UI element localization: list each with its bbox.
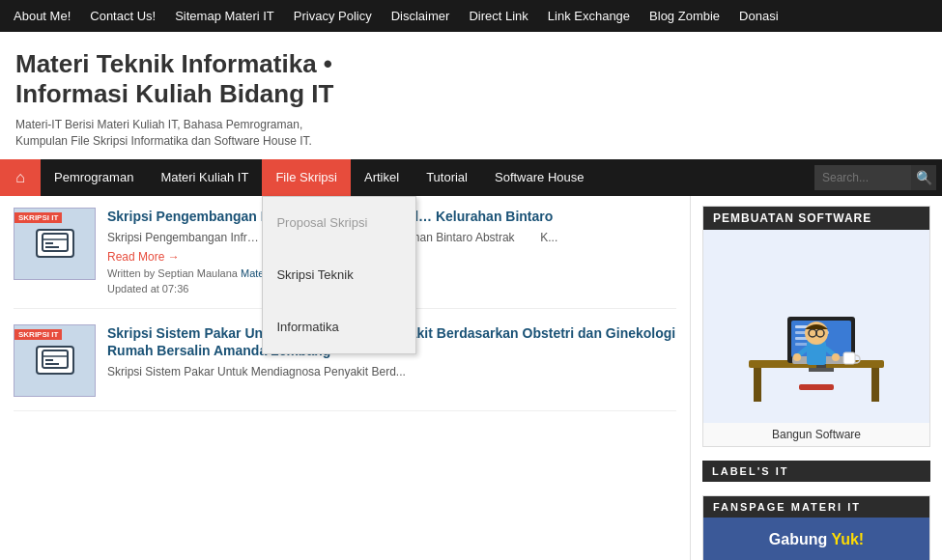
software-house-widget: PEMBUATAN SOFTWARE [702, 206, 930, 447]
nav-blog-zombie[interactable]: Blog Zombie [640, 0, 729, 32]
nav-sitemap[interactable]: Sitemap Materi IT [165, 0, 284, 32]
svg-rect-18 [809, 368, 834, 372]
svg-rect-6 [45, 359, 53, 361]
dropdown-item-informatika[interactable]: Informatika [263, 301, 415, 353]
site-subtitle: Materi-IT Berisi Materi Kuliah IT, Bahas… [15, 117, 927, 150]
labels-header: LABEL'S IT [702, 461, 930, 482]
fanspage-widget: FANSPAGE MATERI IT Gabung Yuk! [702, 495, 930, 560]
nav-link-exchange[interactable]: Link Exchange [538, 0, 640, 32]
dropdown-item-skripsi-teknik[interactable]: Skripsi Teknik [263, 249, 415, 301]
nav-item-pemrograman[interactable]: Pemrograman [41, 159, 147, 196]
top-nav: About Me! Contact Us! Sitemap Materi IT … [0, 0, 942, 32]
svg-point-28 [793, 353, 801, 361]
fanspage-header: FANSPAGE MATERI IT [703, 496, 929, 518]
nav-item-materi-kuliah[interactable]: Materi Kuliah IT [147, 159, 262, 196]
thumb-logo [36, 229, 74, 258]
nav-item-file-skripsi[interactable]: File Skripsi Proposal Skripsi Skripsi Te… [262, 159, 351, 196]
programmer-illustration [739, 244, 894, 408]
thumb-logo [36, 346, 74, 375]
search-area: 🔍 [814, 165, 942, 190]
svg-rect-7 [45, 363, 59, 365]
software-banner-image [703, 230, 929, 423]
sidebar: PEMBUATAN SOFTWARE [691, 196, 942, 560]
site-title: Materi Teknik Informatika • Informasi Ku… [15, 49, 927, 109]
site-header: Materi Teknik Informatika • Informasi Ku… [0, 32, 942, 159]
svg-rect-20 [799, 384, 834, 390]
svg-rect-30 [843, 352, 855, 364]
dropdown-item-proposal[interactable]: Proposal Skripsi [263, 197, 415, 249]
nav-privacy[interactable]: Privacy Policy [284, 0, 382, 32]
article-excerpt: Skripsi Sistem Pakar Untuk Mendiagnosa P… [107, 364, 676, 380]
article-badge: SKRIPSI IT [14, 212, 62, 223]
search-button[interactable]: 🔍 [911, 165, 936, 190]
fanspage-join-button[interactable]: Gabung Yuk! [703, 518, 929, 560]
nav-item-artikel[interactable]: Artikel [351, 159, 413, 196]
nav-contact-us[interactable]: Contact Us! [80, 0, 165, 32]
nav-donasi[interactable]: Donasi [729, 0, 787, 32]
svg-point-29 [832, 353, 840, 361]
nav-item-tutorial[interactable]: Tutorial [413, 159, 481, 196]
nav-direct-link[interactable]: Direct Link [459, 0, 537, 32]
nav-about-me[interactable]: About Me! [4, 0, 80, 32]
svg-rect-10 [871, 368, 879, 402]
article-thumbnail: SKRIPSI IT [14, 324, 96, 397]
software-banner-header: PEMBUATAN SOFTWARE [703, 207, 929, 230]
nav-disclaimer[interactable]: Disclaimer [382, 0, 460, 32]
content-wrapper: SKRIPSI IT Skripsi Pengembangan Infrastr… [0, 196, 942, 560]
labels-widget: LABEL'S IT [702, 461, 930, 482]
nav-item-software-house[interactable]: Software House [481, 159, 598, 196]
home-button[interactable]: ⌂ [0, 159, 41, 196]
article-badge: SKRIPSI IT [14, 329, 62, 340]
svg-rect-2 [45, 242, 53, 244]
main-nav: ⌂ Pemrograman Materi Kuliah IT File Skri… [0, 159, 942, 196]
article-thumbnail: SKRIPSI IT [14, 208, 96, 280]
svg-rect-3 [45, 246, 59, 248]
software-banner-caption: Bangun Software [703, 423, 929, 446]
file-skripsi-dropdown: Proposal Skripsi Skripsi Teknik Informat… [262, 196, 416, 354]
search-input[interactable] [814, 165, 911, 190]
svg-rect-9 [754, 368, 761, 402]
